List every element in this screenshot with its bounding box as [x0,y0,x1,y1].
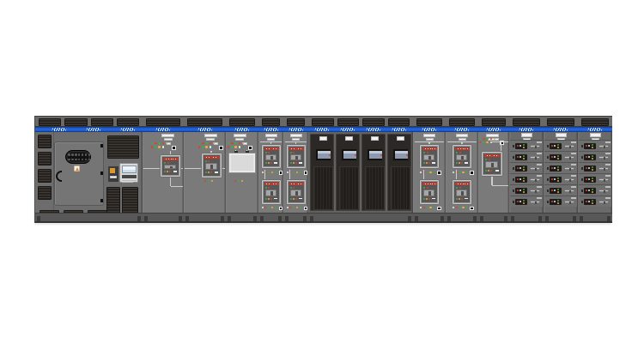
bucket-indicator-cluster [584,165,596,172]
bucket-indicator-cluster [550,165,562,172]
nameplate [571,164,576,166]
nameplate [590,133,601,137]
indicator-light-amber [523,180,525,182]
vent-grill-icon [38,169,52,183]
indicator-light-green [158,142,160,144]
indicator-light-green [485,159,487,160]
brand-band [258,127,283,132]
vent-grill-icon [416,118,442,126]
handle-notch [535,202,538,204]
mechanism-mark [428,156,431,160]
indicator-light-red [586,190,587,191]
indicator-light-red [428,198,430,200]
bucket-handle [598,178,610,182]
indicator-light-green [205,160,207,162]
brand-logo-icon [588,128,603,131]
indicator-light-red [423,207,425,208]
indicator-light-green [290,187,292,189]
indicator-light-red [551,156,553,158]
brand-logo-icon [554,128,568,131]
handle-notch [604,146,606,148]
indicator-light-amber [557,202,559,204]
breaker-mechanism [485,161,498,168]
hmi-indicator-light [406,154,408,156]
section-generator-cabinet [35,116,143,223]
mcc-bucket [579,140,611,151]
bucket-handle [564,167,575,171]
door-handle [56,171,62,182]
handle-notch [604,190,606,193]
drive-door [361,134,386,211]
indicator-light-white [162,146,164,147]
kick-foot [580,216,583,221]
indicator-light-green [265,198,267,200]
indicator-light-amber [523,169,525,171]
indicator-light-red [208,160,210,162]
breaker-mechanism [205,163,217,170]
nameplate [605,186,611,189]
section-feeder-section-2 [184,116,226,223]
indicator-light-red [428,162,430,164]
indicator-light-amber [557,158,559,159]
indicator-light-red [167,162,169,164]
warning-triangle-icon [76,167,79,171]
section-mcc-column-1 [509,116,544,223]
indicator-light-white [554,156,556,158]
indicator-light-amber [268,162,270,164]
indicator-light-red [551,201,553,202]
indicator-light-amber [234,146,236,147]
handle-notch [535,190,538,193]
indicator-light-red [162,142,164,144]
indicator-light-green [485,170,487,172]
bucket-handle [530,156,541,159]
breaker-mechanism [265,190,276,196]
bucket-latch [547,145,549,147]
module-label [110,176,117,178]
bucket-latch [547,156,549,159]
breaker-tag [495,170,499,172]
indicator-light-green [427,172,428,173]
indicator-light-red [231,142,233,144]
indicator-light-red [268,152,270,153]
brand-logo-icon [392,128,407,131]
meter-display [119,163,138,183]
top-channel [283,116,308,127]
indicator-light-red [459,187,461,189]
bucket-indicator-cluster [550,154,562,161]
nameplate [290,134,302,137]
brand-logo-icon [121,128,136,131]
indicator-light-red [228,146,229,147]
breaker-face [161,156,179,176]
indicator-light-amber [523,158,525,159]
indicator-light-green [592,166,593,168]
breaker-tag [465,162,468,164]
control-switch [304,207,308,211]
nameplate [537,175,542,178]
connector-pin [88,159,91,161]
bucket-handle [598,167,610,171]
indicator-light-red [204,180,206,182]
indicator-light-green [427,207,428,208]
indicator-light-white [453,207,454,208]
vent-grill-icon [388,118,410,126]
nameplate [571,153,576,155]
kick-foot [185,216,189,221]
kick-plate [143,213,184,223]
top-channel [35,116,143,127]
indicator-light-green [465,172,467,173]
drive-vent [365,166,385,210]
indicator-light-red [210,172,212,173]
meter-line [122,182,133,183]
indicator-light-red [517,178,519,180]
nameplate [537,186,542,189]
control-switch [470,171,474,175]
indicator-light-red [551,190,553,191]
nameplate [605,164,611,166]
mcc-bucket [544,173,577,184]
indicator-light-red [517,201,519,202]
bucket-handle [530,201,541,204]
vent-grill-icon [117,118,139,126]
indicator-light-green [293,172,295,173]
brand-logo-icon [235,128,250,131]
kick-foot [303,216,307,221]
